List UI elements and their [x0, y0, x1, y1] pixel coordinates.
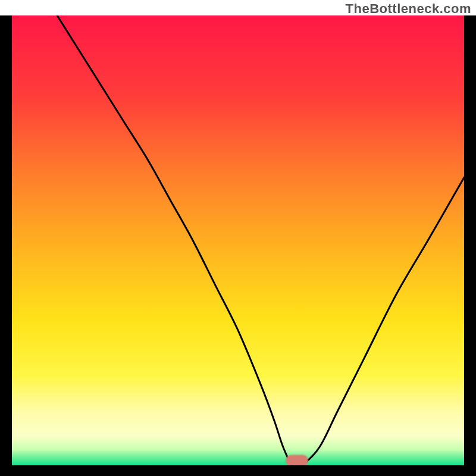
chart-plot — [12, 15, 464, 465]
optimal-point-marker — [286, 455, 308, 465]
chart-frame — [0, 15, 476, 476]
watermark-text: TheBottleneck.com — [346, 1, 471, 17]
chart-svg — [12, 15, 464, 465]
gradient-background — [12, 15, 464, 465]
